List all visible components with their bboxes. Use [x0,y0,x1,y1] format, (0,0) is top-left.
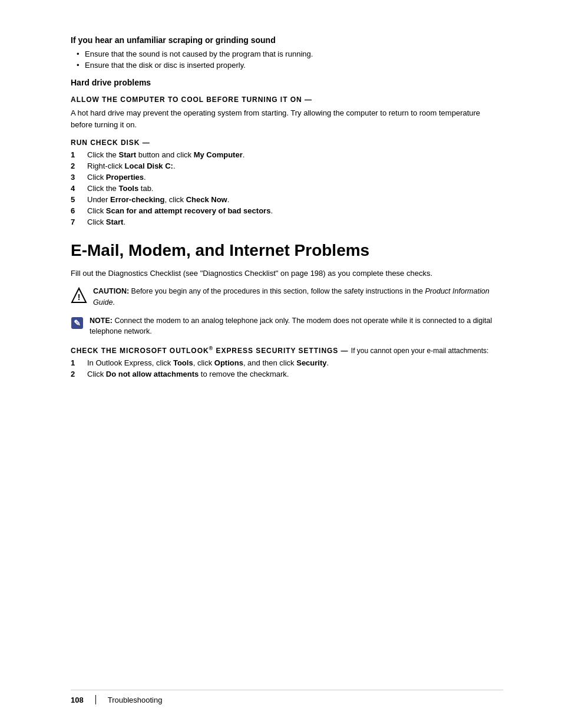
outlook-step-num-2: 2 [71,370,82,378]
outlook-steps: 1In Outlook Express, click Tools, click … [71,358,503,378]
step-3: 3Click Properties. [71,173,503,182]
bullet-item-2: Ensure that the disk or disc is inserted… [77,61,503,70]
check-outlook-label: Check the Microsoft Outlook® Express Sec… [71,347,349,355]
hard-drive-heading: Hard drive problems [71,78,503,87]
step-2: 2Right-click Local Disk C:. [71,162,503,170]
step-num-1: 1 [71,150,82,159]
step-num-5: 5 [71,195,82,204]
step-num-7: 7 [71,218,82,226]
svg-text:!: ! [78,292,81,302]
main-intro: Fill out the Diagnostics Checklist (see … [71,268,503,279]
check-outlook-intro: If you cannot open your e-mail attachmen… [351,347,488,355]
footer-page-number: 108 [71,696,84,704]
step-text-2: Right-click Local Disk C:. [87,162,176,170]
outlook-step-num-1: 1 [71,358,82,367]
allow-heading-text: Allow the computer to cool before turnin… [71,95,302,104]
caution-icon: ! [71,287,87,304]
caution-text: CAUTION: Before you begin any of the pro… [93,286,503,308]
step-text-7: Click Start. [87,218,125,226]
step-text-6: Click Scan for and attempt recovery of b… [87,206,273,215]
caution-label: CAUTION: [93,287,129,295]
page: If you hear an unfamiliar scraping or gr… [0,0,562,728]
outlook-step-2: 2Click Do not allow attachments to remov… [71,370,503,378]
note-body: Connect the modem to an analog telephone… [90,317,492,336]
step-text-4: Click the Tools tab. [87,184,153,193]
allow-body: A hot hard drive may prevent the operati… [71,107,503,130]
unfamiliar-heading: If you hear an unfamiliar scraping or gr… [71,35,503,45]
step-1: 1Click the Start button and click My Com… [71,150,503,159]
outlook-step-1: 1In Outlook Express, click Tools, click … [71,358,503,367]
step-text-5: Under Error-checking, click Check Now. [87,195,229,204]
step-num-6: 6 [71,206,82,215]
check-outlook-heading: Check the Microsoft Outlook® Express Sec… [71,345,503,355]
run-check-heading: Run Check Disk — [71,139,503,147]
note-box: ✎ NOTE: Connect the modem to an analog t… [71,315,503,338]
bullet-item-1: Ensure that the sound is not caused by t… [77,50,503,58]
outlook-step-text-1: In Outlook Express, click Tools, click O… [87,358,329,367]
step-text-1: Click the Start button and click My Comp… [87,150,244,159]
footer-divider [95,695,96,704]
allow-heading-dash: — [305,95,312,104]
note-label: NOTE: [90,317,113,325]
step-num-4: 4 [71,184,82,193]
step-num-2: 2 [71,162,82,170]
footer: 108 Troubleshooting [71,690,503,704]
caution-body: Before you begin any of the procedures i… [93,287,490,307]
step-num-3: 3 [71,173,82,182]
note-text: NOTE: Connect the modem to an analog tel… [90,315,503,338]
svg-text:✎: ✎ [74,318,81,328]
allow-heading: Allow the computer to cool before turnin… [71,95,503,104]
main-section-title: E-Mail, Modem, and Internet Problems [71,241,503,261]
caution-box: ! CAUTION: Before you begin any of the p… [71,286,503,308]
step-7: 7Click Start. [71,218,503,226]
unfamiliar-bullet-list: Ensure that the sound is not caused by t… [77,50,503,70]
footer-label: Troubleshooting [108,696,163,704]
run-check-label: Run Check Disk — [71,139,150,147]
step-6: 6Click Scan for and attempt recovery of … [71,206,503,215]
run-check-steps: 1Click the Start button and click My Com… [71,150,503,226]
step-5: 5Under Error-checking, click Check Now. [71,195,503,204]
outlook-step-text-2: Click Do not allow attachments to remove… [87,370,289,378]
note-icon: ✎ [71,317,84,330]
step-text-3: Click Properties. [87,173,146,182]
step-4: 4Click the Tools tab. [71,184,503,193]
